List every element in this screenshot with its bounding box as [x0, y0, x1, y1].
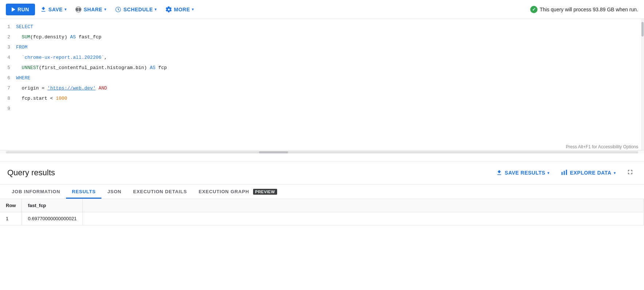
editor-area[interactable]: 1 2 3 4 5 6 7 8 9 SELECT SUM(fcp.density…	[0, 19, 644, 161]
code-line-5: UNNEST(first_contentful_paint.histogram.…	[16, 63, 644, 73]
col-header-row: Row	[0, 199, 22, 212]
save-button[interactable]: SAVE ▾	[36, 3, 70, 16]
schedule-button[interactable]: SCHEDULE ▾	[111, 3, 160, 16]
table-row: 1 0.69770000000000021	[0, 212, 644, 225]
tab-execution-graph-label: EXECUTION GRAPH	[199, 189, 249, 194]
cell-empty-1	[83, 212, 644, 225]
code-line-3: FROM	[16, 42, 644, 53]
scrollbar-track	[6, 151, 638, 153]
accessibility-hint: Press Alt+F1 for Accessibility Options	[566, 144, 638, 149]
tab-job-information[interactable]: JOB INFORMATION	[6, 184, 66, 199]
col-header-empty	[83, 199, 644, 212]
results-title: Query results	[7, 168, 492, 178]
cell-fast-fcp-1: 0.69770000000000021	[22, 212, 83, 225]
share-icon	[75, 6, 82, 13]
save-results-button[interactable]: SAVE RESULTS ▾	[492, 167, 553, 179]
code-editor[interactable]: 1 2 3 4 5 6 7 8 9 SELECT SUM(fcp.density…	[0, 19, 644, 150]
scrollbar-thumb[interactable]	[259, 151, 288, 153]
tab-execution-graph[interactable]: EXECUTION GRAPH PREVIEW	[193, 184, 283, 199]
share-chevron-icon: ▾	[104, 7, 106, 11]
expand-button[interactable]	[624, 167, 637, 179]
results-section: Query results SAVE RESULTS ▾ EXPLORE DAT…	[0, 161, 644, 225]
more-chevron-icon: ▾	[192, 7, 194, 11]
explore-data-button[interactable]: EXPLORE DATA ▾	[558, 167, 619, 179]
table-header-row: Row fast_fcp	[0, 199, 644, 212]
code-line-7: origin = 'https://web.dev' AND	[16, 83, 644, 94]
save-results-label: SAVE RESULTS	[505, 170, 545, 176]
tab-json[interactable]: JSON	[101, 184, 127, 199]
code-content: SELECT SUM(fcp.density) AS fast_fcp FROM…	[15, 22, 644, 147]
gear-icon	[166, 6, 172, 13]
tab-job-information-label: JOB INFORMATION	[12, 189, 60, 194]
results-header: Query results SAVE RESULTS ▾ EXPLORE DAT…	[0, 161, 644, 184]
chart-icon	[561, 169, 568, 176]
check-circle-icon	[530, 6, 538, 13]
save-label: SAVE	[49, 7, 63, 12]
code-line-2: SUM(fcp.density) AS fast_fcp	[16, 32, 644, 42]
expand-icon	[626, 168, 634, 176]
save-results-icon	[496, 169, 503, 176]
schedule-icon	[115, 6, 121, 13]
vertical-scrollbar-thumb[interactable]	[641, 22, 644, 37]
toolbar: RUN SAVE ▾ SHARE ▾ SCHEDULE ▾ MORE ▾	[0, 0, 644, 19]
code-line-9	[16, 104, 644, 114]
results-actions: SAVE RESULTS ▾ EXPLORE DATA ▾	[492, 167, 637, 179]
tab-json-label: JSON	[107, 189, 121, 194]
preview-badge: PREVIEW	[253, 189, 277, 195]
cell-row-1: 1	[0, 212, 22, 225]
save-chevron-icon: ▾	[65, 7, 67, 11]
save-results-chevron-icon: ▾	[547, 171, 550, 175]
more-label: MORE	[174, 7, 190, 12]
horizontal-scrollbar[interactable]	[0, 150, 644, 154]
run-label: RUN	[18, 7, 29, 12]
run-button[interactable]: RUN	[6, 4, 35, 15]
query-info: This query will process 93.89 GB when ru…	[530, 6, 638, 13]
save-icon	[40, 6, 47, 13]
vertical-scrollbar[interactable]	[641, 19, 644, 150]
tab-results-label: RESULTS	[72, 189, 96, 194]
schedule-label: SCHEDULE	[123, 7, 153, 12]
tab-execution-details[interactable]: EXECUTION DETAILS	[127, 184, 193, 199]
explore-data-label: EXPLORE DATA	[570, 170, 612, 176]
play-icon	[12, 7, 15, 12]
tab-results[interactable]: RESULTS	[66, 184, 101, 199]
share-button[interactable]: SHARE ▾	[71, 3, 110, 16]
query-info-text: This query will process 93.89 GB when ru…	[540, 7, 638, 12]
tab-execution-details-label: EXECUTION DETAILS	[133, 189, 187, 194]
results-table: Row fast_fcp 1 0.69770000000000021	[0, 199, 644, 225]
code-line-6: WHERE	[16, 73, 644, 83]
explore-data-chevron-icon: ▾	[614, 171, 616, 175]
code-line-8: fcp.start < 1000	[16, 94, 644, 104]
code-line-1: SELECT	[16, 22, 644, 32]
share-label: SHARE	[84, 7, 102, 12]
more-button[interactable]: MORE ▾	[162, 3, 198, 16]
line-numbers: 1 2 3 4 5 6 7 8 9	[0, 22, 15, 147]
tabs-bar: JOB INFORMATION RESULTS JSON EXECUTION D…	[0, 184, 644, 199]
code-line-4: `chrome-ux-report.all.202206`,	[16, 53, 644, 63]
schedule-chevron-icon: ▾	[155, 7, 157, 11]
col-header-fast-fcp: fast_fcp	[22, 199, 83, 212]
